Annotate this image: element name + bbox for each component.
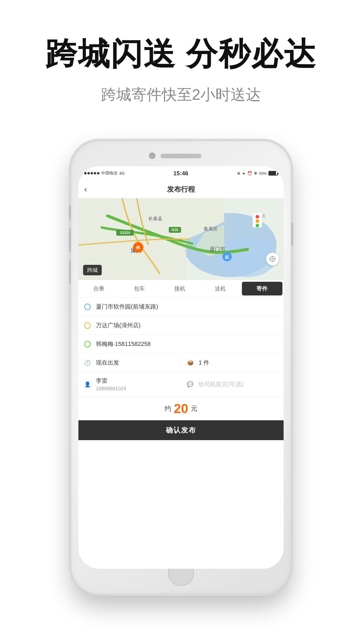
alarm-icon: ⏰ bbox=[247, 171, 252, 176]
page-title: 发布行程 bbox=[167, 185, 195, 194]
svg-point-20 bbox=[256, 215, 259, 218]
navigation-icon: ➤ bbox=[242, 171, 245, 176]
battery-icon bbox=[268, 171, 278, 176]
sender-info: 李雷 18899881024 bbox=[96, 377, 126, 392]
signal-dots bbox=[84, 172, 99, 174]
price-approx-label: 约 bbox=[165, 404, 171, 413]
signal-dot-4 bbox=[94, 172, 96, 174]
tab-parcel[interactable]: 寄件 bbox=[242, 282, 282, 295]
signal-dot-5 bbox=[97, 172, 99, 174]
sender-info-col[interactable]: 👤 李雷 18899881024 bbox=[78, 372, 181, 396]
battery-pct: 93% bbox=[259, 171, 267, 176]
departure-text: 现在出发 bbox=[96, 359, 175, 367]
svg-text:厦门市: 厦门市 bbox=[210, 246, 225, 252]
location-button[interactable] bbox=[266, 253, 279, 265]
signal-dot-1 bbox=[84, 172, 87, 174]
contact-icon bbox=[84, 341, 91, 347]
dropoff-icon bbox=[84, 322, 91, 329]
gps-icon: ⊕ bbox=[237, 171, 240, 176]
count-text: 1 件 bbox=[199, 359, 278, 367]
phone-power-button bbox=[291, 223, 293, 246]
hero-title: 跨城闪送 分秒必达 bbox=[0, 35, 362, 73]
sender-row: 👤 李雷 18899881024 💬 给司机留言(可选) bbox=[78, 372, 284, 397]
message-col[interactable]: 💬 给司机留言(可选) bbox=[181, 372, 284, 396]
tab-carpooling[interactable]: 合乘 bbox=[78, 280, 119, 297]
svg-text:G15: G15 bbox=[172, 228, 178, 232]
contact-row[interactable]: 韩梅梅·15811582258 bbox=[78, 335, 284, 354]
phone-camera bbox=[149, 153, 155, 159]
map-area[interactable]: S1524 G15 漳州 长泰县 集美区 厦门市 同安区 起 终 bbox=[78, 198, 284, 280]
svg-point-24 bbox=[272, 258, 273, 260]
status-time: 15:46 bbox=[173, 170, 188, 177]
tab-dropoff[interactable]: 送机 bbox=[200, 280, 241, 297]
status-left: 中国电信 4G bbox=[84, 171, 125, 176]
price-amount: 20 bbox=[174, 402, 188, 415]
phone-screen: 中国电信 4G 15:46 ⊕ ➤ ⏰ ✻ 93% ‹ 发布行程 bbox=[78, 166, 284, 569]
pickup-text: 厦门市软件园(前埔东路) bbox=[96, 303, 278, 311]
map-svg: S1524 G15 漳州 长泰县 集美区 厦门市 同安区 起 终 bbox=[78, 198, 284, 280]
clock-icon: 🕐 bbox=[84, 360, 91, 366]
tab-pickup[interactable]: 接机 bbox=[159, 280, 200, 297]
dropoff-text: 万达广场(漳州店) bbox=[96, 321, 278, 329]
pickup-row[interactable]: 厦门市软件园(前埔东路) bbox=[78, 298, 284, 316]
tab-bar: 合乘 包车 接机 送机 寄件 bbox=[78, 280, 284, 298]
signal-dot-3 bbox=[91, 172, 93, 174]
navigation-bar: ‹ 发布行程 bbox=[78, 180, 284, 198]
confirm-button[interactable]: 确认发布 bbox=[78, 420, 284, 440]
signal-dot-2 bbox=[87, 172, 90, 174]
departure-col[interactable]: 🕐 现在出发 bbox=[78, 354, 181, 372]
svg-point-22 bbox=[256, 224, 259, 227]
sender-phone: 18899881024 bbox=[96, 386, 126, 392]
pickup-icon bbox=[84, 304, 91, 310]
battery-fill bbox=[269, 172, 276, 175]
target-icon bbox=[269, 256, 276, 262]
carrier-label: 中国电信 bbox=[101, 171, 117, 176]
confirm-button-label: 确认发布 bbox=[166, 426, 196, 435]
status-bar: 中国电信 4G 15:46 ⊕ ➤ ⏰ ✻ 93% bbox=[78, 166, 284, 180]
price-unit-label: 元 bbox=[191, 404, 197, 413]
status-right: ⊕ ➤ ⏰ ✻ 93% bbox=[237, 171, 278, 176]
phone-mute-button bbox=[69, 205, 71, 220]
phone-vol-up-button bbox=[69, 228, 71, 252]
phone-vol-down-button bbox=[69, 260, 71, 284]
form-area: 厦门市软件园(前埔东路) 万达广场(漳州店) 韩梅梅·15811582258 🕐 bbox=[78, 298, 284, 569]
svg-text:S1524: S1524 bbox=[120, 231, 130, 235]
svg-text:长泰县: 长泰县 bbox=[148, 216, 162, 221]
hero-subtitle: 跨城寄件快至2小时送达 bbox=[0, 85, 362, 105]
svg-text:起: 起 bbox=[225, 255, 229, 259]
hero-section: 跨城闪送 分秒必达 跨城寄件快至2小时送达 bbox=[0, 0, 362, 105]
count-col[interactable]: 📦 1 件 bbox=[181, 354, 284, 372]
network-label: 4G bbox=[119, 171, 125, 176]
phone-speaker bbox=[161, 154, 201, 158]
back-button[interactable]: ‹ bbox=[84, 185, 87, 194]
box-icon: 📦 bbox=[187, 360, 194, 366]
dropoff-row[interactable]: 万达广场(漳州店) bbox=[78, 316, 284, 335]
depart-count-row: 🕐 现在出发 📦 1 件 bbox=[78, 354, 284, 372]
person-icon: 👤 bbox=[84, 381, 91, 388]
tab-charter[interactable]: 包车 bbox=[119, 280, 159, 297]
screen-content: 中国电信 4G 15:46 ⊕ ➤ ⏰ ✻ 93% ‹ 发布行程 bbox=[78, 166, 284, 569]
message-placeholder: 给司机留言(可选) bbox=[198, 380, 278, 388]
svg-point-21 bbox=[256, 219, 259, 223]
price-footer: 约 20 元 bbox=[78, 397, 284, 420]
svg-text:终: 终 bbox=[136, 245, 140, 250]
svg-text:集美区: 集美区 bbox=[204, 226, 218, 231]
sender-name: 李雷 bbox=[96, 377, 126, 385]
chat-icon: 💬 bbox=[187, 381, 193, 388]
bluetooth-icon: ✻ bbox=[254, 171, 257, 176]
phone-mockup: 中国电信 4G 15:46 ⊕ ➤ ⏰ ✻ 93% ‹ 发布行程 bbox=[70, 140, 292, 595]
cross-city-badge: 跨城 bbox=[83, 265, 102, 275]
contact-text: 韩梅梅·15811582258 bbox=[96, 340, 278, 348]
